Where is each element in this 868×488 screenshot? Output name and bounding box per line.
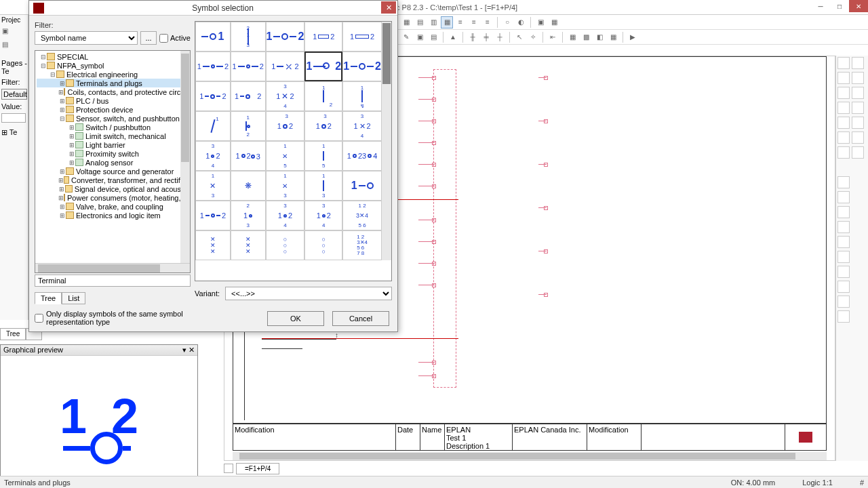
tool-icon[interactable]: ⇤ — [547, 31, 559, 43]
symbol-cell[interactable]: 3124 — [304, 201, 342, 230]
grid-scrollbar[interactable] — [382, 22, 391, 260]
tree-item[interactable]: ⊞Switch / pushbutton — [37, 123, 189, 131]
symbol-cell[interactable]: 1 — [195, 22, 231, 52]
tree-item[interactable]: ⊟NFPA_symbol — [37, 61, 189, 70]
symbol-cell[interactable]: 15 — [304, 141, 342, 171]
symbol-cell[interactable]: 1 — [342, 171, 382, 201]
symbol-cell[interactable]: 312 — [266, 111, 305, 141]
symbol-cell[interactable]: 12 — [304, 22, 342, 52]
preview-pin-icon[interactable]: ▾ — [182, 346, 186, 354]
tab-tree[interactable]: Tree — [35, 292, 62, 304]
tool-icon[interactable]: ╪ — [480, 31, 492, 43]
filter-select[interactable]: Symbol name — [35, 31, 138, 45]
rtool-icon[interactable] — [837, 131, 850, 144]
rtool-icon[interactable] — [837, 296, 850, 308]
tool-icon[interactable]: ▦ — [566, 31, 578, 43]
tool-icon[interactable]: ▥ — [427, 16, 439, 28]
rtool-icon[interactable] — [852, 146, 864, 159]
rtool-icon[interactable] — [837, 206, 850, 218]
rtool-icon[interactable] — [837, 236, 850, 248]
tree-item[interactable]: ⊞Limit switch, mechanical — [37, 131, 189, 140]
symbol-cell[interactable]: 1234 — [342, 141, 382, 171]
tree-item[interactable]: ⊟Sensor, switch, and pushbutton — [37, 114, 189, 123]
horizontal-scrollbar[interactable] — [233, 452, 827, 460]
symbol-cell[interactable]: 12 — [231, 52, 266, 81]
symbol-path[interactable] — [35, 274, 191, 287]
symbol-cell[interactable]: 31✕24 — [342, 111, 382, 141]
tree-item[interactable]: ⊞Voltage source and generator — [37, 167, 189, 176]
rtool-icon[interactable] — [852, 131, 864, 144]
symbol-cell[interactable]: 3124 — [266, 201, 305, 230]
symbol-cell[interactable]: 1 — [195, 111, 231, 141]
rtool-icon[interactable] — [852, 72, 864, 84]
tree-item[interactable]: ⊞Electronics and logic item — [37, 211, 189, 220]
tool-icon[interactable]: ✧ — [527, 31, 539, 43]
tree-item[interactable]: ⊞PLC / bus — [37, 96, 189, 105]
tree-item[interactable]: ⊞Terminals and plugs — [37, 79, 189, 87]
tree-item[interactable]: ⊞Protection device — [37, 105, 189, 114]
rtool-icon[interactable] — [837, 146, 850, 159]
tool-icon[interactable]: ▦ — [441, 16, 453, 28]
symbol-cell[interactable]: 12 — [266, 22, 305, 52]
rtool-icon[interactable] — [837, 191, 850, 203]
tool-icon[interactable]: ▦ — [607, 31, 619, 43]
tool-icon[interactable]: ┼ — [494, 31, 506, 43]
tree-hscroll[interactable] — [35, 263, 190, 272]
rtool-icon[interactable] — [837, 266, 850, 278]
symbol-cell[interactable]: 3124 — [195, 141, 231, 171]
symbol-cell[interactable]: 12 — [304, 81, 342, 111]
tool-icon[interactable]: ✎ — [400, 31, 412, 43]
symbol-cell[interactable]: 1⤫2 — [266, 52, 305, 81]
tree-item[interactable]: ⊞Light barrier — [37, 140, 189, 149]
tool-icon[interactable]: ▲ — [447, 31, 459, 43]
symbol-cell[interactable]: 1✕5 — [266, 141, 305, 171]
tool-icon[interactable]: ▣ — [414, 31, 426, 43]
symbol-cell[interactable]: 31✕24 — [266, 81, 305, 111]
active-checkbox[interactable]: Active — [159, 34, 191, 43]
symbol-tree[interactable]: ⊟SPECIAL⊟NFPA_symbol⊟Electrical engineer… — [35, 50, 191, 273]
symbol-cell[interactable]: 12 — [231, 81, 266, 111]
only-display-checkbox[interactable]: Only display symbols of the same symbol … — [35, 310, 191, 326]
symbol-cell[interactable]: 13 — [304, 171, 342, 201]
rtool-icon[interactable] — [852, 117, 864, 129]
symbol-cell[interactable]: 213 — [231, 22, 266, 52]
default-button[interactable]: Default — [1, 89, 27, 100]
filter-browse-button[interactable]: ... — [140, 31, 157, 45]
rtool-icon[interactable] — [852, 102, 864, 114]
sidebar-tool[interactable]: ▣ — [1, 26, 14, 39]
rtool-icon[interactable] — [837, 117, 850, 129]
variant-select[interactable]: <<...>> — [225, 287, 392, 300]
symbol-cell[interactable]: ○○○ — [266, 230, 305, 260]
symbol-cell[interactable]: 12 — [231, 111, 266, 141]
ok-button[interactable]: OK — [267, 311, 324, 326]
tree-item[interactable]: ⊟Electrical engineering — [37, 70, 189, 79]
tree-item[interactable]: ⊞Coils, contacts, and protective circuit — [37, 87, 189, 96]
symbol-cell[interactable]: 1✕3 — [195, 171, 231, 201]
rtool-icon[interactable] — [837, 87, 850, 99]
tool-icon[interactable]: ▶ — [627, 31, 639, 43]
tool-icon[interactable]: ◧ — [593, 31, 606, 43]
value-input[interactable] — [1, 113, 26, 123]
rtool-icon[interactable] — [837, 221, 850, 233]
symbol-cell[interactable]: 12 — [342, 22, 382, 52]
dialog-close-button[interactable]: ✕ — [381, 1, 396, 14]
tool-icon[interactable]: ○ — [501, 16, 513, 28]
page-tab[interactable]: =F1+P/4 — [236, 463, 279, 474]
symbol-cell[interactable]: ○○○ — [304, 230, 342, 260]
rtool-icon[interactable] — [837, 57, 850, 69]
symbol-cell[interactable]: 12 — [342, 52, 382, 81]
symbol-cell[interactable]: 312 — [304, 111, 342, 141]
tool-icon[interactable]: ≡ — [454, 16, 467, 28]
preview-close-icon[interactable]: ✕ — [189, 346, 195, 354]
symbol-cell[interactable]: 12 — [195, 81, 231, 111]
close-button[interactable]: ✕ — [849, 0, 868, 12]
tool-icon[interactable]: ↖ — [513, 31, 526, 43]
tool-icon[interactable]: ▤ — [427, 31, 439, 43]
tree-item[interactable]: ⊟SPECIAL — [37, 52, 189, 61]
symbol-cell[interactable]: 1↯ — [342, 81, 382, 111]
tree-item[interactable]: ⊞Valve, brake, and coupling — [37, 202, 189, 211]
rtool-icon[interactable] — [837, 251, 850, 263]
maximize-button[interactable]: □ — [830, 0, 849, 12]
symbol-cell[interactable]: 1 23✕45 6 — [342, 201, 382, 230]
rtool-icon[interactable] — [852, 87, 864, 99]
